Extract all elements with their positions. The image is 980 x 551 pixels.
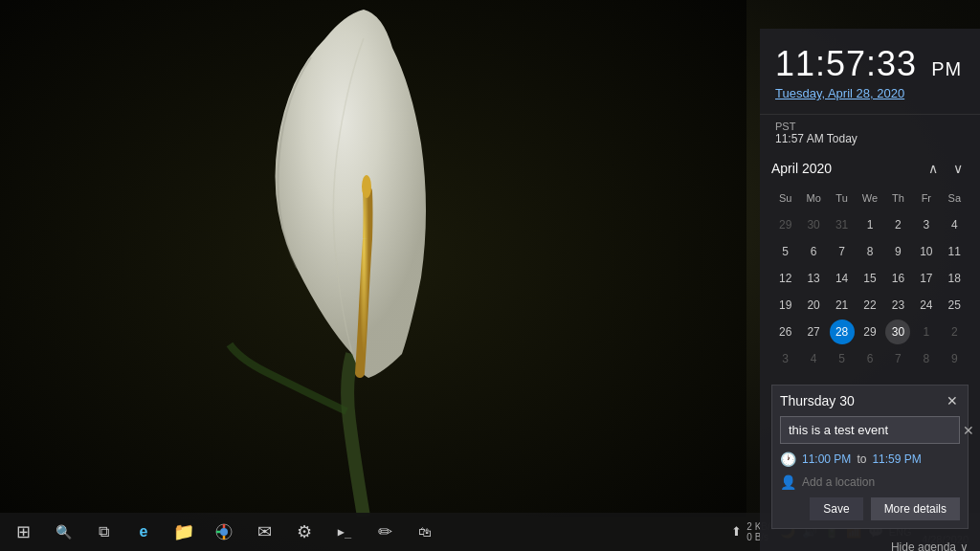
cal-day[interactable]: 3 [773,346,798,371]
cal-day[interactable]: 13 [801,266,826,291]
cal-day[interactable]: 9 [942,346,967,371]
cal-day[interactable]: 26 [773,320,798,344]
cal-day[interactable]: 29 [858,320,882,344]
cal-day[interactable]: 7 [830,239,855,264]
edge-browser-icon[interactable]: e [124,513,163,551]
cal-day[interactable]: 8 [858,239,882,264]
day-header-tu: Tu [830,186,855,210]
calendar-week-6: 3 4 5 6 7 8 9 [771,346,969,371]
terminal-icon[interactable]: ▶_ [325,513,364,551]
big-clock: 11:57:33 PM [775,44,965,84]
event-end-time[interactable]: 11:59 PM [872,452,921,466]
clock-section: 11:57:33 PM Tuesday, April 28, 2020 [760,29,980,110]
cal-day[interactable]: 27 [801,320,826,344]
svg-point-1 [362,175,371,198]
cal-day[interactable]: 31 [830,212,855,237]
cal-day[interactable]: 18 [942,266,967,291]
event-input-row: ✕ 🟡 ∨ [780,416,960,444]
calendar-section: April 2020 ∧ ∨ Su Mo Tu We Th Fr Sa [760,151,980,381]
cal-day[interactable]: 6 [858,346,882,371]
network-tray-icon[interactable]: ⬆ [729,522,744,540]
event-start-time[interactable]: 11:00 PM [802,452,851,466]
event-popup: Thursday 30 ✕ ✕ 🟡 ∨ 🕐 11:00 PM to 11:59 … [771,385,969,529]
calendar-next-btn[interactable]: ∨ [947,159,969,178]
cal-day[interactable]: 15 [858,266,882,291]
mail-icon[interactable]: ✉ [245,513,283,551]
calendar-week-1: 29 30 31 1 2 3 4 [771,212,969,237]
event-more-details-button[interactable]: More details [871,497,960,520]
timezone-section: PST 11:57 AM Today [760,114,980,151]
cal-day[interactable]: 17 [914,266,939,291]
cal-day[interactable]: 10 [914,239,939,264]
location-icon: 👤 [780,474,796,490]
cal-day[interactable]: 3 [914,212,939,237]
calendar-week-5: 26 27 28 29 30 1 2 [771,320,969,344]
clock-time: 11:57:33 [775,44,917,83]
search-button[interactable]: 🔍 [44,513,82,551]
timezone-time: 11:57 AM Today [775,132,965,145]
hide-agenda-label: Hide agenda [891,540,956,551]
cal-day[interactable]: 12 [773,266,798,291]
event-time-separator: to [857,452,866,466]
cal-day-selected[interactable]: 30 [885,320,910,344]
cal-day[interactable]: 7 [885,346,910,371]
cal-day[interactable]: 4 [801,346,826,371]
cal-day[interactable]: 6 [801,239,826,264]
cal-day[interactable]: 9 [885,239,910,264]
cal-day[interactable]: 22 [858,293,882,318]
calendar-panel: 11:57:33 PM Tuesday, April 28, 2020 PST … [760,29,980,551]
calendar-week-4: 19 20 21 22 23 24 25 [771,293,969,318]
cal-day[interactable]: 14 [830,266,855,291]
cal-day[interactable]: 24 [914,293,939,318]
event-location-row: 👤 Add a location [780,474,960,490]
cal-day[interactable]: 2 [885,212,910,237]
timezone-label: PST [775,121,965,132]
hide-agenda-button[interactable]: Hide agenda ∨ [891,540,969,551]
event-popup-close-button[interactable]: ✕ [945,393,960,408]
cal-day[interactable]: 5 [830,346,855,371]
cal-day[interactable]: 1 [914,320,939,344]
calendar-date-link[interactable]: Tuesday, April 28, 2020 [775,86,965,100]
cal-day[interactable]: 19 [773,293,798,318]
day-header-we: We [858,186,882,210]
cal-day-today[interactable]: 28 [830,320,855,344]
cal-day[interactable]: 4 [942,212,967,237]
cal-day[interactable]: 25 [942,293,967,318]
cal-day[interactable]: 20 [801,293,826,318]
cal-day[interactable]: 8 [914,346,939,371]
calendar-prev-btn[interactable]: ∧ [923,159,944,178]
event-save-button[interactable]: Save [810,497,862,520]
chrome-icon[interactable] [205,513,243,551]
start-menu-button[interactable]: ⊞ [4,513,42,551]
event-popup-header: Thursday 30 ✕ [780,393,960,408]
event-day-title: Thursday 30 [780,393,855,408]
calendar-week-2: 5 6 7 8 9 10 11 [771,239,969,264]
day-header-th: Th [885,186,910,210]
event-input-clear-button[interactable]: ✕ [957,419,980,442]
day-header-sa: Sa [942,186,967,210]
cal-day[interactable]: 16 [885,266,910,291]
day-header-fr: Fr [914,186,939,210]
cal-day[interactable]: 23 [885,293,910,318]
event-location-placeholder[interactable]: Add a location [802,475,875,489]
settings-icon[interactable]: ⚙ [285,513,323,551]
cal-day[interactable]: 21 [830,293,855,318]
task-view-button[interactable]: ⧉ [84,513,122,551]
cal-day[interactable]: 5 [773,239,798,264]
cal-day[interactable]: 2 [942,320,967,344]
cal-day[interactable]: 11 [942,239,967,264]
wallpaper [0,0,746,517]
day-header-mo: Mo [801,186,826,210]
calendar-nav: ∧ ∨ [923,159,969,178]
clock-ampm: PM [931,58,962,79]
cal-day[interactable]: 1 [858,212,882,237]
event-title-input[interactable] [781,418,957,442]
screen-sketch-icon[interactable]: ✏ [366,513,404,551]
calendar-day-headers: Su Mo Tu We Th Fr Sa [771,186,969,210]
desktop: 11:57:33 PM Tuesday, April 28, 2020 PST … [0,0,980,551]
cal-day[interactable]: 29 [773,212,798,237]
month-year-label[interactable]: April 2020 [771,161,832,176]
file-explorer-icon[interactable]: 📁 [165,513,203,551]
store-icon[interactable]: 🛍 [406,513,444,551]
cal-day[interactable]: 30 [801,212,826,237]
